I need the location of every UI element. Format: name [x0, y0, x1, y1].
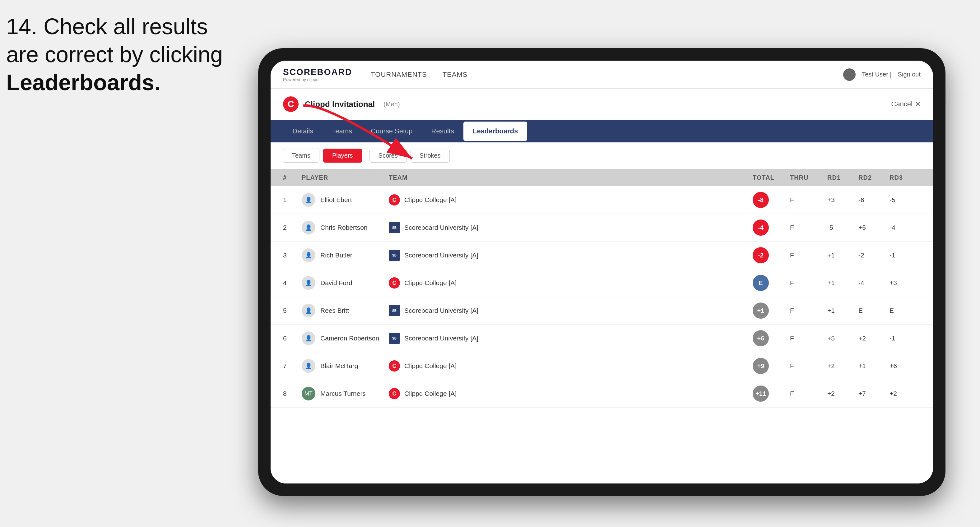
team-cell: SB Scoreboard University [A]: [389, 250, 752, 261]
filter-bar: Teams Players Scores Strokes: [270, 143, 933, 169]
thru: F: [790, 307, 827, 314]
rd2: +7: [858, 390, 889, 397]
tournament-name: Clippd Invitational: [305, 100, 375, 109]
rd2: -6: [858, 196, 889, 204]
col-player: PLAYER: [302, 174, 389, 181]
team-name: Clippd College [A]: [404, 362, 457, 370]
logo-area: SCOREBOARD Powered by clippd: [283, 67, 352, 82]
instruction-line2: are correct by clicking: [6, 42, 223, 67]
team-cell: C Clippd College [A]: [389, 277, 752, 289]
team-name: Scoreboard University [A]: [404, 252, 478, 259]
player-cell: 👤 David Ford: [302, 276, 389, 290]
player-cell: 👤 Chris Robertson: [302, 221, 389, 235]
rd3: E: [889, 307, 921, 314]
tab-teams[interactable]: Teams: [323, 122, 361, 141]
col-rank: #: [283, 174, 302, 181]
total-score: E: [752, 275, 790, 291]
score-badge: E: [752, 275, 769, 291]
logo-text: SCOREBOARD: [283, 67, 352, 77]
nav-tournaments[interactable]: TOURNAMENTS: [371, 67, 427, 82]
team-logo: SB: [389, 305, 400, 316]
rd2: +1: [858, 362, 889, 370]
rd1: -5: [827, 224, 858, 231]
rd1: +5: [827, 335, 858, 342]
player-avatar: 👤: [302, 332, 315, 345]
player-cell: 👤 Rich Butler: [302, 248, 389, 262]
total-score: +9: [752, 358, 790, 374]
rank: 1: [283, 196, 302, 204]
filter-scores-button[interactable]: Scores: [369, 149, 407, 163]
rank: 7: [283, 362, 302, 370]
rd1: +2: [827, 362, 858, 370]
total-score: -2: [752, 247, 790, 264]
rd3: +2: [889, 390, 921, 397]
thru: F: [790, 362, 827, 370]
table-row: 4 👤 David Ford C Clippd College [A] E F …: [270, 269, 933, 297]
rd1: +2: [827, 390, 858, 397]
filter-players-button[interactable]: Players: [323, 149, 362, 163]
table-row: 8 MT Marcus Turners C Clippd College [A]…: [270, 380, 933, 408]
team-logo: C: [389, 360, 400, 371]
rd1: +3: [827, 196, 858, 204]
rd2: +5: [858, 224, 889, 231]
rd1: +1: [827, 307, 858, 314]
navbar: SCOREBOARD Powered by clippd TOURNAMENTS…: [270, 60, 933, 89]
score-badge: +9: [752, 358, 769, 374]
player-avatar: 👤: [302, 359, 315, 373]
thru: F: [790, 252, 827, 259]
col-total: TOTAL: [752, 174, 790, 181]
rd3: -4: [889, 224, 921, 231]
tab-results[interactable]: Results: [422, 122, 463, 141]
rd3: -1: [889, 252, 921, 259]
col-rd2: RD2: [858, 174, 889, 181]
player-avatar: 👤: [302, 276, 315, 290]
player-name: Elliot Ebert: [320, 196, 352, 204]
rank: 3: [283, 252, 302, 259]
thru: F: [790, 196, 827, 204]
team-logo: SB: [389, 222, 400, 233]
rd2: +2: [858, 335, 889, 342]
rd3: +3: [889, 279, 921, 287]
rank: 6: [283, 335, 302, 342]
logo-powered: Powered by clippd: [283, 77, 352, 82]
tournament-logo: C: [283, 96, 299, 112]
table-row: 3 👤 Rich Butler SB Scoreboard University…: [270, 241, 933, 269]
tournament-title-area: C Clippd Invitational (Men): [283, 96, 400, 112]
tab-leaderboards[interactable]: Leaderboards: [463, 122, 528, 141]
filter-strokes-button[interactable]: Strokes: [410, 149, 450, 163]
score-badge: +11: [752, 386, 769, 402]
total-score: +1: [752, 303, 790, 319]
team-cell: C Clippd College [A]: [389, 360, 752, 371]
rank: 4: [283, 279, 302, 287]
instruction-line1: 14. Check all results: [6, 14, 208, 39]
team-logo: SB: [389, 250, 400, 261]
tournament-header: C Clippd Invitational (Men) Cancel ✕: [270, 89, 933, 120]
col-rd1: RD1: [827, 174, 858, 181]
sign-out-link[interactable]: Sign out: [898, 71, 921, 78]
table-row: 2 👤 Chris Robertson SB Scoreboard Univer…: [270, 214, 933, 241]
team-cell: C Clippd College [A]: [389, 388, 752, 399]
player-avatar: MT: [302, 387, 315, 400]
rd1: +1: [827, 279, 858, 287]
total-score: +6: [752, 330, 790, 346]
col-thru: THRU: [790, 174, 827, 181]
rd3: -1: [889, 335, 921, 342]
team-logo: C: [389, 388, 400, 399]
team-cell: C Clippd College [A]: [389, 194, 752, 205]
thru: F: [790, 224, 827, 231]
team-cell: SB Scoreboard University [A]: [389, 333, 752, 344]
cancel-button[interactable]: Cancel ✕: [891, 100, 921, 108]
rd2: -2: [858, 252, 889, 259]
nav-teams[interactable]: TEAMS: [442, 67, 468, 82]
rd1: +1: [827, 252, 858, 259]
rank: 8: [283, 390, 302, 397]
tab-course-setup[interactable]: Course Setup: [361, 122, 422, 141]
player-cell: 👤 Elliot Ebert: [302, 193, 389, 207]
player-name: Blair McHarg: [320, 362, 358, 370]
player-avatar: 👤: [302, 193, 315, 207]
filter-teams-button[interactable]: Teams: [283, 149, 320, 163]
instruction-text: 14. Check all results are correct by cli…: [6, 13, 223, 96]
rd2: -4: [858, 279, 889, 287]
tab-details[interactable]: Details: [283, 122, 323, 141]
player-cell: 👤 Cameron Robertson: [302, 332, 389, 345]
